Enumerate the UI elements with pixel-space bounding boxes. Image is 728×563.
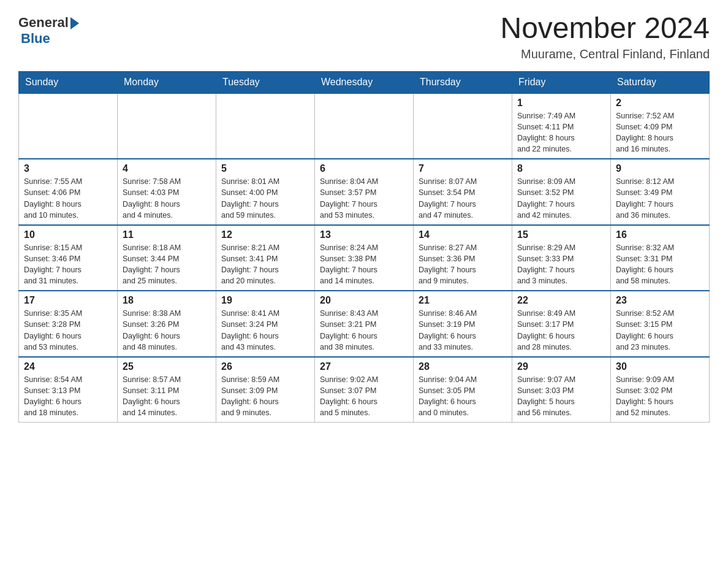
- day-number: 23: [616, 295, 704, 306]
- day-info: Sunrise: 8:27 AM Sunset: 3:36 PM Dayligh…: [419, 242, 507, 287]
- day-info: Sunrise: 8:41 AM Sunset: 3:24 PM Dayligh…: [221, 308, 309, 353]
- day-info: Sunrise: 7:49 AM Sunset: 4:11 PM Dayligh…: [517, 110, 605, 155]
- day-number: 6: [320, 163, 408, 174]
- day-number: 7: [419, 163, 507, 174]
- calendar-cell: 9Sunrise: 8:12 AM Sunset: 3:49 PM Daylig…: [611, 159, 710, 225]
- day-info: Sunrise: 8:21 AM Sunset: 3:41 PM Dayligh…: [221, 242, 309, 287]
- day-info: Sunrise: 7:55 AM Sunset: 4:06 PM Dayligh…: [24, 176, 112, 221]
- day-number: 8: [517, 163, 605, 174]
- weekday-header-saturday: Saturday: [611, 71, 710, 93]
- calendar-cell: 10Sunrise: 8:15 AM Sunset: 3:46 PM Dayli…: [19, 225, 118, 291]
- calendar-week-row: 10Sunrise: 8:15 AM Sunset: 3:46 PM Dayli…: [19, 225, 710, 291]
- calendar-cell: 4Sunrise: 7:58 AM Sunset: 4:03 PM Daylig…: [118, 159, 216, 225]
- calendar-week-row: 17Sunrise: 8:35 AM Sunset: 3:28 PM Dayli…: [19, 291, 710, 357]
- day-info: Sunrise: 8:04 AM Sunset: 3:57 PM Dayligh…: [320, 176, 408, 221]
- calendar-week-row: 1Sunrise: 7:49 AM Sunset: 4:11 PM Daylig…: [19, 93, 710, 159]
- day-number: 24: [24, 361, 112, 372]
- day-info: Sunrise: 8:43 AM Sunset: 3:21 PM Dayligh…: [320, 308, 408, 353]
- calendar-cell: 7Sunrise: 8:07 AM Sunset: 3:54 PM Daylig…: [414, 159, 512, 225]
- weekday-header-wednesday: Wednesday: [315, 71, 414, 93]
- calendar-table: SundayMondayTuesdayWednesdayThursdayFrid…: [18, 71, 710, 423]
- day-number: 26: [221, 361, 309, 372]
- day-number: 13: [320, 229, 408, 240]
- day-info: Sunrise: 8:54 AM Sunset: 3:13 PM Dayligh…: [24, 374, 112, 419]
- day-number: 11: [123, 229, 211, 240]
- calendar-cell: 25Sunrise: 8:57 AM Sunset: 3:11 PM Dayli…: [118, 357, 216, 423]
- calendar-cell: [414, 93, 512, 159]
- day-number: 16: [616, 229, 704, 240]
- calendar-cell: 19Sunrise: 8:41 AM Sunset: 3:24 PM Dayli…: [216, 291, 315, 357]
- logo-arrow-icon: [70, 17, 79, 29]
- calendar-cell: 16Sunrise: 8:32 AM Sunset: 3:31 PM Dayli…: [611, 225, 710, 291]
- day-info: Sunrise: 8:32 AM Sunset: 3:31 PM Dayligh…: [616, 242, 704, 287]
- day-info: Sunrise: 9:07 AM Sunset: 3:03 PM Dayligh…: [517, 374, 605, 419]
- day-number: 4: [123, 163, 211, 174]
- day-number: 19: [221, 295, 309, 306]
- calendar-cell: 30Sunrise: 9:09 AM Sunset: 3:02 PM Dayli…: [611, 357, 710, 423]
- day-info: Sunrise: 8:57 AM Sunset: 3:11 PM Dayligh…: [123, 374, 211, 419]
- calendar-cell: 6Sunrise: 8:04 AM Sunset: 3:57 PM Daylig…: [315, 159, 414, 225]
- calendar-cell: 12Sunrise: 8:21 AM Sunset: 3:41 PM Dayli…: [216, 225, 315, 291]
- day-number: 12: [221, 229, 309, 240]
- day-number: 14: [419, 229, 507, 240]
- day-info: Sunrise: 8:01 AM Sunset: 4:00 PM Dayligh…: [221, 176, 309, 221]
- calendar-cell: 29Sunrise: 9:07 AM Sunset: 3:03 PM Dayli…: [512, 357, 611, 423]
- day-number: 28: [419, 361, 507, 372]
- logo-general-text: General: [18, 15, 69, 31]
- calendar-week-row: 3Sunrise: 7:55 AM Sunset: 4:06 PM Daylig…: [19, 159, 710, 225]
- calendar-cell: 1Sunrise: 7:49 AM Sunset: 4:11 PM Daylig…: [512, 93, 611, 159]
- calendar-cell: 24Sunrise: 8:54 AM Sunset: 3:13 PM Dayli…: [19, 357, 118, 423]
- calendar-cell: 27Sunrise: 9:02 AM Sunset: 3:07 PM Dayli…: [315, 357, 414, 423]
- calendar-cell: 26Sunrise: 8:59 AM Sunset: 3:09 PM Dayli…: [216, 357, 315, 423]
- day-number: 9: [616, 163, 704, 174]
- day-number: 2: [616, 98, 704, 109]
- day-info: Sunrise: 8:09 AM Sunset: 3:52 PM Dayligh…: [517, 176, 605, 221]
- location-text: Muurame, Central Finland, Finland: [500, 47, 710, 61]
- day-number: 1: [517, 98, 605, 109]
- day-info: Sunrise: 8:24 AM Sunset: 3:38 PM Dayligh…: [320, 242, 408, 287]
- day-number: 20: [320, 295, 408, 306]
- month-title: November 2024: [500, 12, 710, 45]
- day-number: 3: [24, 163, 112, 174]
- calendar-cell: 3Sunrise: 7:55 AM Sunset: 4:06 PM Daylig…: [19, 159, 118, 225]
- day-info: Sunrise: 9:04 AM Sunset: 3:05 PM Dayligh…: [419, 374, 507, 419]
- day-info: Sunrise: 8:18 AM Sunset: 3:44 PM Dayligh…: [123, 242, 211, 287]
- weekday-header-monday: Monday: [118, 71, 216, 93]
- weekday-header-thursday: Thursday: [414, 71, 512, 93]
- day-info: Sunrise: 8:59 AM Sunset: 3:09 PM Dayligh…: [221, 374, 309, 419]
- day-info: Sunrise: 9:02 AM Sunset: 3:07 PM Dayligh…: [320, 374, 408, 419]
- day-info: Sunrise: 8:49 AM Sunset: 3:17 PM Dayligh…: [517, 308, 605, 353]
- day-number: 17: [24, 295, 112, 306]
- day-number: 25: [123, 361, 211, 372]
- weekday-header-row: SundayMondayTuesdayWednesdayThursdayFrid…: [19, 71, 710, 93]
- calendar-cell: 8Sunrise: 8:09 AM Sunset: 3:52 PM Daylig…: [512, 159, 611, 225]
- day-info: Sunrise: 8:35 AM Sunset: 3:28 PM Dayligh…: [24, 308, 112, 353]
- day-info: Sunrise: 8:46 AM Sunset: 3:19 PM Dayligh…: [419, 308, 507, 353]
- calendar-cell: [118, 93, 216, 159]
- calendar-cell: 20Sunrise: 8:43 AM Sunset: 3:21 PM Dayli…: [315, 291, 414, 357]
- calendar-cell: 15Sunrise: 8:29 AM Sunset: 3:33 PM Dayli…: [512, 225, 611, 291]
- calendar-cell: 21Sunrise: 8:46 AM Sunset: 3:19 PM Dayli…: [414, 291, 512, 357]
- day-info: Sunrise: 8:12 AM Sunset: 3:49 PM Dayligh…: [616, 176, 704, 221]
- title-area: November 2024 Muurame, Central Finland, …: [500, 12, 710, 61]
- calendar-cell: 17Sunrise: 8:35 AM Sunset: 3:28 PM Dayli…: [19, 291, 118, 357]
- day-info: Sunrise: 7:52 AM Sunset: 4:09 PM Dayligh…: [616, 110, 704, 155]
- calendar-cell: 23Sunrise: 8:52 AM Sunset: 3:15 PM Dayli…: [611, 291, 710, 357]
- day-info: Sunrise: 7:58 AM Sunset: 4:03 PM Dayligh…: [123, 176, 211, 221]
- day-number: 21: [419, 295, 507, 306]
- calendar-cell: [216, 93, 315, 159]
- day-info: Sunrise: 8:29 AM Sunset: 3:33 PM Dayligh…: [517, 242, 605, 287]
- calendar-week-row: 24Sunrise: 8:54 AM Sunset: 3:13 PM Dayli…: [19, 357, 710, 423]
- calendar-cell: 13Sunrise: 8:24 AM Sunset: 3:38 PM Dayli…: [315, 225, 414, 291]
- day-info: Sunrise: 8:15 AM Sunset: 3:46 PM Dayligh…: [24, 242, 112, 287]
- day-number: 15: [517, 229, 605, 240]
- page-header: General Blue November 2024 Muurame, Cent…: [18, 12, 710, 61]
- calendar-cell: 5Sunrise: 8:01 AM Sunset: 4:00 PM Daylig…: [216, 159, 315, 225]
- day-number: 18: [123, 295, 211, 306]
- calendar-cell: 11Sunrise: 8:18 AM Sunset: 3:44 PM Dayli…: [118, 225, 216, 291]
- calendar-cell: 22Sunrise: 8:49 AM Sunset: 3:17 PM Dayli…: [512, 291, 611, 357]
- day-info: Sunrise: 8:07 AM Sunset: 3:54 PM Dayligh…: [419, 176, 507, 221]
- weekday-header-friday: Friday: [512, 71, 611, 93]
- calendar-cell: 14Sunrise: 8:27 AM Sunset: 3:36 PM Dayli…: [414, 225, 512, 291]
- calendar-cell: [19, 93, 118, 159]
